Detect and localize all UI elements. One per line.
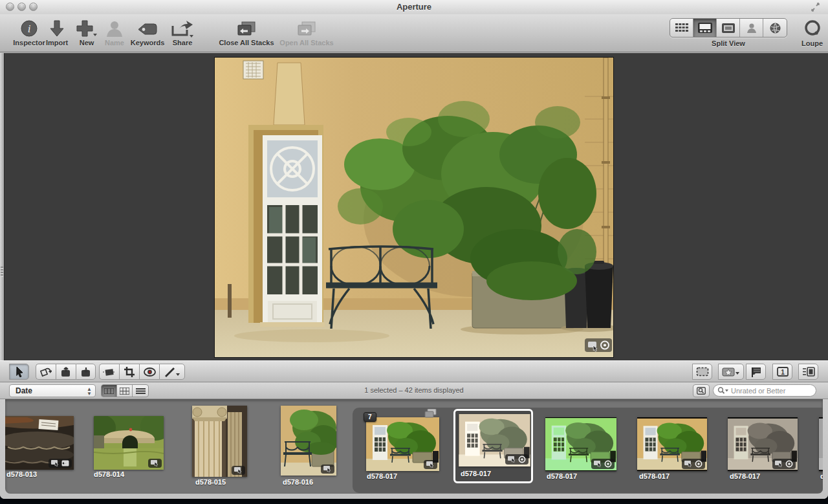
adjustments-badge-icon	[775, 461, 783, 467]
adjustments-badge-icon	[151, 460, 159, 466]
loupe-button[interactable]: Loupe	[801, 18, 823, 47]
red-eye-tool-button[interactable]	[139, 364, 159, 380]
filter-magnifier-icon	[697, 387, 706, 395]
share-icon	[171, 18, 194, 38]
crop-tool-button[interactable]	[119, 364, 139, 380]
raw-badge-icon	[604, 460, 612, 468]
thumbnail-label: d578-017	[461, 470, 491, 477]
thumbnail-d578-017-partial[interactable]	[819, 417, 823, 471]
browser-control-bar: Date ▲▼ 1 selected – 42 items displayed	[0, 382, 828, 399]
thumbnail-label: d578-017	[820, 472, 823, 480]
straighten-icon	[103, 367, 116, 377]
filter-hud-button[interactable]	[693, 384, 710, 397]
new-icon	[76, 18, 98, 38]
quick-brush-tool-button[interactable]	[159, 364, 185, 380]
selected-thumbnail-d578-017[interactable]: d578-017	[453, 409, 533, 483]
search-field[interactable]	[713, 384, 816, 397]
name-icon	[105, 18, 124, 38]
keywords-icon	[137, 18, 158, 38]
rotate-tool-button[interactable]	[36, 364, 56, 380]
effects-button[interactable]	[718, 364, 744, 380]
loupe-label: Loupe	[801, 39, 823, 47]
view-mode-split-button[interactable]	[693, 19, 717, 37]
photo-adjustment-badges	[585, 338, 612, 352]
import-button[interactable]: Import	[43, 18, 71, 47]
new-button[interactable]: New	[74, 18, 100, 47]
version-stack-group: 7 d578-017	[353, 408, 823, 493]
raw-badge-icon	[785, 460, 793, 468]
effects-star-icon	[722, 367, 740, 377]
thumbnail-label: d578-017	[730, 472, 760, 480]
thumbnail-d578-017-green[interactable]	[545, 417, 616, 471]
thumbnail-badges	[49, 459, 72, 468]
adjustments-badge-icon	[323, 466, 332, 472]
search-scope-icon	[717, 387, 729, 394]
lift-tool-button[interactable]	[56, 364, 76, 380]
view-switcher-label: Split View	[670, 39, 787, 47]
stack-icon	[424, 409, 437, 419]
thumbnail-badges	[148, 459, 162, 468]
tool-strip: 1	[0, 360, 828, 382]
view-mode-faces-button[interactable]	[740, 19, 763, 37]
thumbnail-d578-016[interactable]	[281, 406, 336, 476]
thumbnail-image	[459, 414, 530, 466]
close-all-stacks-button[interactable]: Close All Stacks	[222, 18, 271, 47]
stamp-tool-button[interactable]	[76, 364, 96, 380]
stack-count-badge[interactable]: 7	[364, 412, 376, 422]
raw-badge-icon	[695, 460, 703, 468]
lift-icon	[60, 367, 72, 377]
adjustments-badge-icon	[684, 461, 693, 467]
open-stacks-icon	[297, 18, 316, 38]
show-master-button[interactable]	[692, 364, 712, 380]
view-mode-browser-button[interactable]	[670, 19, 693, 37]
loupe-icon	[801, 18, 823, 38]
thumbnail-badges	[591, 459, 615, 469]
thumbnail-d578-017-stack-pick[interactable]: 7	[366, 417, 439, 471]
thumbnail-d578-017-normal[interactable]	[637, 417, 707, 471]
view-mode-viewer-button[interactable]	[717, 19, 740, 37]
svg-text:i: i	[28, 23, 31, 35]
viewer-pane	[0, 53, 828, 360]
thumbnail-badges	[232, 466, 245, 475]
red-eye-icon	[144, 367, 156, 377]
thumbnail-d578-014[interactable]	[94, 416, 164, 470]
main-toolbar: i Inspector Import New Name Key	[0, 14, 828, 52]
primary-only-icon: 1	[777, 367, 789, 377]
multi-viewer-icon	[802, 367, 815, 377]
thumbnail-badges	[424, 460, 437, 469]
share-button[interactable]: Share	[169, 18, 195, 47]
straighten-tool-button[interactable]	[99, 364, 119, 380]
thumbnail-d578-015[interactable]	[192, 406, 247, 477]
thumbnail-badges	[505, 454, 528, 465]
thumbnail-badges	[321, 465, 334, 474]
photo-bench-door-scene	[215, 58, 613, 357]
selected-photo-viewer[interactable]	[215, 58, 613, 357]
name-button: Name	[102, 18, 127, 47]
rotate-icon	[40, 367, 52, 377]
svg-text:1: 1	[781, 369, 785, 376]
thumbnail-label: d578-017	[367, 472, 397, 480]
primary-only-button[interactable]: 1	[772, 364, 792, 380]
multi-viewer-button[interactable]	[798, 364, 818, 380]
thumbnail-badges	[772, 459, 796, 469]
view-mode-places-button[interactable]	[763, 19, 787, 37]
referenced-badge-icon	[61, 460, 69, 466]
selection-tool-button[interactable]	[9, 364, 29, 380]
window-title: Aperture	[0, 2, 828, 12]
inspector-splitter[interactable]	[0, 53, 5, 360]
open-all-stacks-button: Open All Stacks	[279, 18, 334, 47]
keywords-button[interactable]: Keywords	[128, 18, 167, 47]
adjustments-badge-icon	[234, 467, 243, 474]
thumbnail-d578-013[interactable]	[5, 416, 74, 470]
thumbnail-label: d578-017	[547, 472, 577, 480]
thumbnail-d578-017-sepia[interactable]	[728, 417, 798, 471]
adjustments-badge-icon	[508, 456, 516, 463]
thumbnail-badges	[682, 459, 705, 469]
filmstrip-well[interactable]: d578-013	[5, 399, 823, 494]
splitter-grip-icon	[1, 267, 3, 277]
search-input[interactable]	[731, 387, 807, 395]
thumbnail-label: d578-015	[195, 478, 226, 486]
flag-button[interactable]	[746, 364, 766, 380]
fullscreen-icon[interactable]	[811, 3, 820, 14]
inspector-icon: i	[20, 18, 38, 38]
